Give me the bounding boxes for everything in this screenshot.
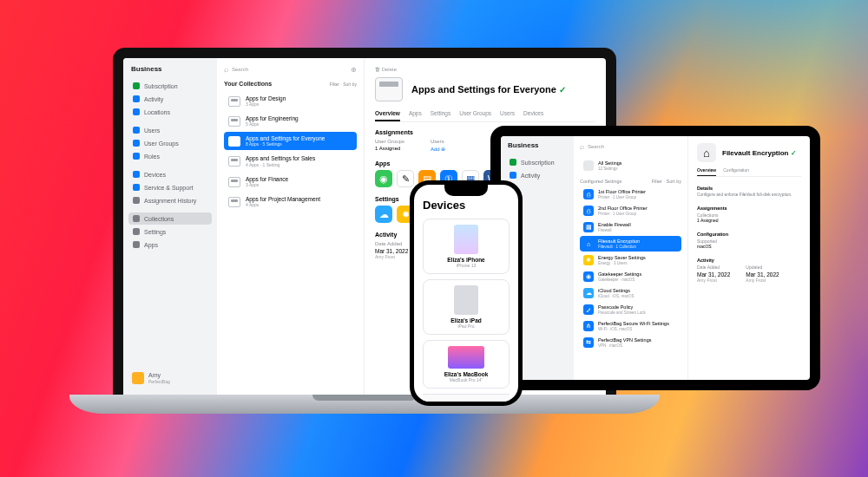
app-icon[interactable]: ◉	[375, 170, 392, 187]
add-icon[interactable]: ⊕	[351, 66, 357, 74]
setting-row[interactable]: ⇆PerfectBag VPN SettingsVPN · macOS	[580, 335, 681, 350]
tab-users[interactable]: Users	[500, 110, 515, 121]
sidebar: Business SubscriptionActivityLocationsUs…	[123, 58, 217, 395]
setting-row[interactable]: ⌂Filevault EncryptionFilevault · 1 Colle…	[580, 236, 681, 252]
tab-devices[interactable]: ▭Devices	[466, 398, 510, 402]
sidebar-item-roles[interactable]: Roles	[128, 150, 212, 162]
device-card[interactable]: Eliza's iPhoneiPhone 13	[423, 219, 510, 274]
device-card[interactable]: Eliza's iPadiPad Pro	[423, 279, 510, 335]
all-settings-row[interactable]: All Settings12 Settings	[580, 158, 681, 173]
phone-device: Devices Eliza's iPhoneiPhone 13Eliza's i…	[410, 180, 523, 406]
main-panel: ⌂ Filevault Encryption ✓ OverviewConfigu…	[688, 136, 810, 380]
sidebar-item-activity[interactable]: Activity	[128, 93, 212, 105]
avatar	[132, 372, 144, 384]
collections-column: Search ⊕ Your Collections Filter · Sort …	[217, 58, 365, 395]
tablet-app: Business SubscriptionActivity Search All…	[501, 136, 810, 380]
tab-overview[interactable]: Overview	[697, 167, 716, 176]
collection-row[interactable]: Apps and Settings for Everyone8 Apps · 5…	[224, 132, 357, 150]
add-users-link[interactable]: Add ⊕	[431, 146, 445, 152]
setting-row[interactable]: ⋔PerfectBag Secure Wi-Fi SettingsWi-Fi ·…	[580, 318, 681, 334]
phone-app: Devices Eliza's iPhoneiPhone 13Eliza's i…	[414, 185, 518, 402]
device-card[interactable]: Eliza's MacBookMacBook Pro 14"	[423, 340, 510, 389]
sidebar-item-devices[interactable]: Devices	[128, 168, 212, 180]
tab-user groups[interactable]: User Groups	[459, 110, 491, 121]
tab-devices[interactable]: Devices	[523, 110, 543, 121]
search-input[interactable]: Search	[580, 142, 681, 151]
collection-row[interactable]: Apps for Finance3 Apps	[224, 173, 357, 191]
setting-icon[interactable]: ☁	[375, 206, 392, 223]
sidebar-item-subscription[interactable]: Subscription	[128, 80, 212, 92]
sidebar-item-subscription[interactable]: Subscription	[505, 156, 569, 168]
tab-apps[interactable]: Apps	[409, 110, 422, 121]
setting-row[interactable]: ⑇Passcode PolicyPasscode and Screen Lock	[580, 302, 681, 317]
filevault-icon: ⌂	[697, 143, 716, 162]
collection-row[interactable]: Apps and Settings for Sales4 Apps · 1 Se…	[224, 152, 357, 170]
tab-bar: ⌂Home▭Devices	[423, 394, 510, 402]
sidebar-user[interactable]: AmyPerfectBag	[128, 369, 212, 388]
search-input[interactable]: Search ⊕	[224, 65, 357, 74]
delete-button[interactable]: 🗑 Delete	[375, 67, 595, 72]
page-title: Apps and Settings for Everyone ✓	[411, 84, 566, 95]
tab-home[interactable]: ⌂Home	[423, 398, 466, 402]
collection-row[interactable]: Apps for Engineering5 Apps	[224, 112, 357, 130]
setting-row[interactable]: ◉Gatekeeper SettingsGatekeeper · macOS	[580, 269, 681, 284]
setting-row[interactable]: ✹Energy Saver SettingsEnergy · 3 Users	[580, 252, 681, 268]
setting-row[interactable]: ⎙1st Floor Office PrinterPrinter · 1 Use…	[580, 186, 681, 202]
brand: Business	[128, 65, 212, 73]
page-title: Devices	[423, 199, 510, 212]
sidebar-item-user-groups[interactable]: User Groups	[128, 137, 212, 149]
app-icon[interactable]: ✎	[397, 170, 414, 187]
page-title: Filevault Encryption ✓	[722, 149, 797, 157]
sidebar-item-collections[interactable]: Collections	[128, 212, 212, 225]
brand: Business	[505, 141, 569, 149]
tabs: OverviewAppsSettingsUser GroupsUsersDevi…	[375, 110, 595, 122]
collection-row[interactable]: Apps for Design3 Apps	[224, 92, 357, 110]
sidebar-item-assignment-history[interactable]: Assignment History	[128, 194, 212, 206]
sidebar-item-users[interactable]: Users	[128, 124, 212, 136]
setting-row[interactable]: ▩Enable FirewallFirewall	[580, 219, 681, 235]
sidebar-item-locations[interactable]: Locations	[128, 106, 212, 118]
tablet-device: Business SubscriptionActivity Search All…	[490, 126, 820, 390]
collection-row[interactable]: Apps for Project Management4 Apps	[224, 193, 357, 211]
sidebar-item-service-support[interactable]: Service & Support	[128, 181, 212, 193]
tab-overview[interactable]: Overview	[375, 110, 400, 121]
tab-settings[interactable]: Settings	[431, 110, 451, 121]
setting-row[interactable]: ☁iCloud SettingsiCloud · iOS, macOS	[580, 285, 681, 301]
collection-icon	[375, 77, 403, 101]
sidebar-item-activity[interactable]: Activity	[505, 169, 569, 181]
verified-icon: ✓	[559, 85, 566, 95]
settings-list-column: Search All Settings12 Settings Configure…	[574, 136, 688, 380]
sidebar-item-apps[interactable]: Apps	[128, 238, 212, 251]
tab-configuration[interactable]: Configuration	[723, 167, 749, 176]
collections-title: Your Collections	[224, 81, 272, 87]
setting-row[interactable]: ⎙2nd Floor Office PrinterPrinter · 1 Use…	[580, 203, 681, 219]
sidebar-item-settings[interactable]: Settings	[128, 225, 212, 238]
